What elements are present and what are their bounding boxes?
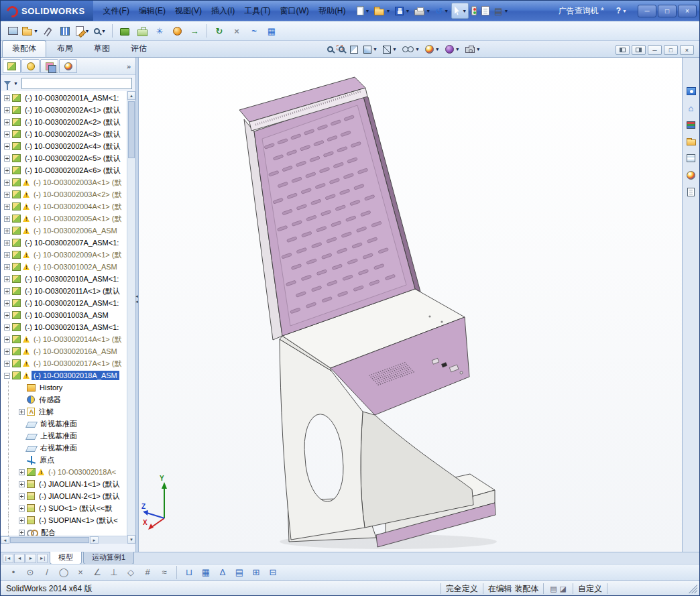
expand-toggle[interactable] <box>4 95 10 101</box>
expand-toggle[interactable] <box>4 337 10 343</box>
tree-item[interactable]: (-) 10-O03002006A_ASM <box>1 225 127 237</box>
custom-properties-button[interactable] <box>684 184 699 199</box>
filter-funnel-icon[interactable] <box>4 81 11 85</box>
expand-toggle[interactable] <box>4 216 10 222</box>
tab-评估[interactable]: 评估 <box>121 40 157 57</box>
resize-grip[interactable] <box>689 585 697 593</box>
panel-overflow-button[interactable]: » <box>127 62 133 70</box>
panel-tab-appearancemanager[interactable] <box>59 59 77 73</box>
tree-item[interactable]: (-) 10-O03002002A<1> (默认 <box>1 104 127 116</box>
tree-item[interactable]: (-) 10-O03002002A<4> (默认 <box>1 140 127 152</box>
undo-button[interactable]: ↺▼ <box>433 3 451 19</box>
expand-toggle[interactable] <box>19 469 25 475</box>
toolbox-button[interactable] <box>134 23 150 39</box>
add-table-button[interactable]: ⊞ <box>249 566 264 579</box>
expand-toggle[interactable] <box>4 156 10 162</box>
minimize-button[interactable]: ─ <box>638 5 656 17</box>
update-button[interactable]: ↻ <box>211 23 227 39</box>
tree-item[interactable]: (-) 10-O03002011A<1> (默认 <box>1 285 127 297</box>
tree-horizontal-scrollbar[interactable]: ◄ ► <box>1 536 127 544</box>
expand-toggle[interactable] <box>4 288 10 294</box>
tab-scroll-button-1[interactable]: ◄ <box>14 554 25 563</box>
doc-restore-button[interactable]: □ <box>664 45 678 55</box>
expand-toggle[interactable] <box>4 107 10 113</box>
print-button[interactable]: ▼ <box>412 3 432 19</box>
expand-toggle[interactable] <box>4 361 10 367</box>
new-window-button[interactable] <box>5 23 21 39</box>
tree-item[interactable]: (-) 10-O03002005A<1> (默 <box>1 213 127 225</box>
wizard-button[interactable]: ✳ <box>152 23 168 39</box>
tree-item[interactable]: (-) 10-O03002002A<5> (默认 <box>1 152 127 164</box>
tree-item[interactable]: (-) 10-O03001003A_ASM <box>1 309 127 321</box>
file-properties-button[interactable] <box>479 3 491 19</box>
display-style-button[interactable]: ▼ <box>381 42 399 56</box>
tree-item[interactable]: (-) 10-O03001002A_ASM <box>1 261 127 273</box>
tree-item[interactable]: (-) 10-O03002014A<1> (默 <box>1 333 127 345</box>
tree-item[interactable]: (-) 10-O03002013A_ASM<1: <box>1 321 127 333</box>
pane-left-toggle-button[interactable] <box>616 45 630 55</box>
zoom-area-button[interactable] <box>337 42 347 56</box>
zoom-fit-button[interactable] <box>325 42 335 56</box>
menu-window[interactable]: 窗口(W) <box>276 2 314 20</box>
3d-model-kiosk[interactable] <box>139 58 683 552</box>
menu-file[interactable]: 文件(F) <box>99 2 134 20</box>
tree-item[interactable]: 传感器 <box>1 394 127 406</box>
lines-view-button[interactable]: ▤ <box>232 566 247 579</box>
sketch-perpendicular-button[interactable]: ⊥ <box>107 566 121 579</box>
tree-item[interactable]: (-) 10-O03002010A_ASM<1: <box>1 273 127 285</box>
expand-toggle[interactable] <box>4 143 10 150</box>
menu-edit[interactable]: 编辑(E) <box>134 2 170 20</box>
tree-item[interactable]: (-) JIAOLIAN-1<1> (默认 <box>1 478 127 490</box>
tree-item[interactable]: (-) 10-O03002002A<3> (默认 <box>1 128 127 140</box>
design-library-button[interactable] <box>684 117 699 132</box>
filter-input[interactable] <box>21 78 132 89</box>
sketch-polygon-button[interactable]: ◇ <box>123 566 138 579</box>
graphics-viewport[interactable]: Y Z X <box>139 58 683 552</box>
view-palette-button[interactable] <box>684 151 699 166</box>
tree-item[interactable]: (-) 10-O03002002A<6> (默认 <box>1 164 127 176</box>
tree-item[interactable]: (-) 10-O03002016A_ASM <box>1 345 127 357</box>
hide-show-items-button[interactable]: ▼ <box>400 42 422 56</box>
expand-toggle[interactable] <box>4 276 10 282</box>
edit-note-button[interactable]: ▼ <box>74 23 91 39</box>
routing-button[interactable]: ~ <box>246 23 262 39</box>
expand-toggle[interactable] <box>4 180 10 186</box>
section-view-button[interactable] <box>348 42 360 56</box>
tree-item[interactable]: 右视基准面 <box>1 442 127 454</box>
expand-toggle[interactable] <box>4 373 10 379</box>
open-document-button[interactable]: ▼ <box>22 23 38 39</box>
scrollbar-thumb[interactable] <box>128 101 135 158</box>
view-settings-button[interactable]: ▼ <box>463 42 483 56</box>
sketch-ellipse-button[interactable]: ◯ <box>56 566 71 579</box>
close-button[interactable]: × <box>678 5 697 17</box>
solidworks-resources-button[interactable] <box>684 84 699 99</box>
tree-item[interactable]: 上视基准面 <box>1 430 127 442</box>
expand-toggle[interactable] <box>4 240 10 246</box>
save-button[interactable]: ▼ <box>393 3 412 19</box>
tree-item[interactable]: 注解 <box>1 406 127 418</box>
tab-运动算例1[interactable]: 运动算例1 <box>83 552 134 564</box>
scroll-left-icon[interactable]: ◄ <box>1 536 9 544</box>
options-button[interactable]: ▤▼ <box>492 3 510 19</box>
sketch-line-button[interactable]: / <box>40 566 54 579</box>
tree-item[interactable]: (-) 10-O03002017A<1> (默 <box>1 357 127 369</box>
scrollbar-thumb[interactable] <box>10 537 89 543</box>
expand-toggle[interactable] <box>19 409 25 415</box>
tab-装配体[interactable]: 装配体 <box>2 40 46 57</box>
tree-item[interactable]: (-) 10-O03002018A< <box>1 466 127 478</box>
tree-vertical-scrollbar[interactable]: ▲ ▼ <box>127 91 135 544</box>
expand-toggle[interactable] <box>19 518 25 524</box>
sketch-point-button[interactable]: • <box>6 566 21 579</box>
pane-right-toggle-button[interactable] <box>632 45 646 55</box>
expand-toggle[interactable] <box>4 228 10 234</box>
tree-item[interactable]: 前视基准面 <box>1 418 127 430</box>
menu-help[interactable]: 帮助(H) <box>314 2 351 20</box>
menu-insert[interactable]: 插入(I) <box>207 2 239 20</box>
tab-模型[interactable]: 模型 <box>50 552 82 564</box>
edrawings-button[interactable] <box>117 23 133 39</box>
maximize-button[interactable]: □ <box>658 5 677 17</box>
tree-item[interactable]: (-) 10-O03002012A_ASM<1: <box>1 297 127 309</box>
tree-item[interactable]: 原点 <box>1 454 127 466</box>
snap-columns-button[interactable] <box>57 23 73 39</box>
select-button[interactable]: ▼ <box>451 3 469 19</box>
